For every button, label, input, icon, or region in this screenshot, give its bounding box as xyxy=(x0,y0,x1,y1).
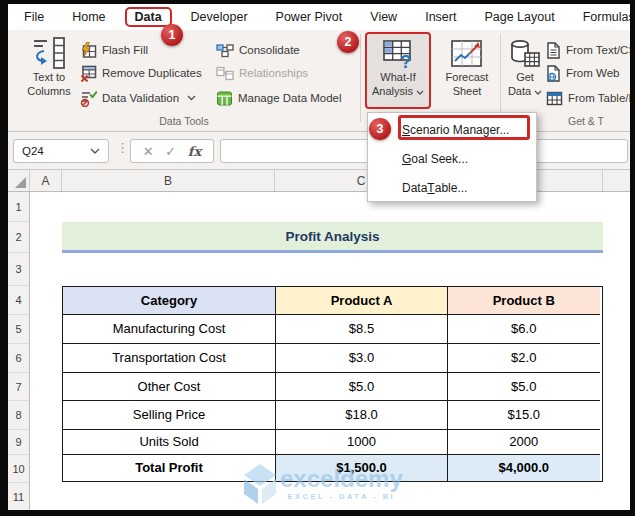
menu-item-data-table[interactable]: Data Table... xyxy=(368,175,536,201)
cell-value-a[interactable]: $3.0 xyxy=(276,344,448,373)
tab-formulas[interactable]: Formulas xyxy=(569,8,630,26)
column-header-a[interactable]: A xyxy=(30,170,62,191)
flash-fill-icon xyxy=(80,42,97,59)
row-header-6[interactable]: 6 xyxy=(8,344,29,373)
watermark-tagline: EXCEL - DATA - BI xyxy=(288,492,396,501)
ribbon-separator xyxy=(360,34,361,122)
chevron-down-icon xyxy=(416,90,424,95)
from-text-csv-icon xyxy=(546,42,561,59)
profit-table: Category Product A Product B Manufacturi… xyxy=(62,286,603,482)
table-row: Selling Price $18.0 $15.0 xyxy=(63,401,602,430)
formula-bar-grip-icon: ⋮ xyxy=(116,140,129,155)
consolidate-button[interactable]: Consolidate xyxy=(216,41,300,59)
header-cell-product-a[interactable]: Product A xyxy=(276,287,448,315)
tab-view[interactable]: View xyxy=(356,8,411,26)
get-data-button[interactable]: Get Data xyxy=(504,35,546,98)
cell-total-a[interactable]: $1,500.0 xyxy=(276,455,448,482)
table-total-row: Total Profit $1,500.0 $4,000.0 xyxy=(63,455,602,482)
cell-value-a[interactable]: $5.0 xyxy=(276,373,448,401)
remove-duplicates-button[interactable]: Remove Duplicates xyxy=(80,64,202,82)
flash-fill-button[interactable]: Flash Fill xyxy=(80,41,148,59)
data-validation-button[interactable]: Data Validation xyxy=(80,89,196,107)
tab-developer[interactable]: Developer xyxy=(177,8,262,26)
row-header-3[interactable]: 3 xyxy=(8,253,29,286)
cancel-icon[interactable]: ✕ xyxy=(143,144,154,159)
enter-icon[interactable]: ✓ xyxy=(165,144,176,159)
remove-duplicates-icon xyxy=(80,65,97,82)
sheet-title-cell[interactable]: Profit Analysis xyxy=(62,222,603,253)
get-data-icon xyxy=(509,39,541,70)
screenshot-frame: File Home Data Developer Power Pivot Vie… xyxy=(0,0,635,516)
cell-label[interactable]: Selling Price xyxy=(63,401,276,430)
row-header-4[interactable]: 4 xyxy=(8,286,29,315)
chevron-down-icon xyxy=(534,90,542,95)
from-table-range-icon xyxy=(546,91,563,106)
chevron-down-icon xyxy=(187,95,196,101)
group-label-get-transform: Get & T xyxy=(568,115,630,127)
cell-value-b[interactable]: 2000 xyxy=(448,430,600,455)
relationships-icon xyxy=(216,66,234,81)
tab-home[interactable]: Home xyxy=(58,8,119,26)
data-validation-icon xyxy=(80,90,97,107)
column-header-e[interactable] xyxy=(603,170,630,191)
table-header-row: Category Product A Product B xyxy=(63,287,602,315)
what-if-analysis-button[interactable]: ? What-If Analysis xyxy=(365,32,431,109)
row-header-8[interactable]: 8 xyxy=(8,401,29,430)
annotation-step-badge-3: 3 xyxy=(369,118,391,140)
name-box-chevron-icon[interactable] xyxy=(90,148,100,154)
excel-window: File Home Data Developer Power Pivot Vie… xyxy=(8,4,630,510)
cell-value-b[interactable]: $15.0 xyxy=(448,401,600,430)
table-row: Transportation Cost $3.0 $2.0 xyxy=(63,344,602,373)
row-header-11[interactable]: 11 xyxy=(8,483,29,510)
svg-text:?: ? xyxy=(400,51,412,70)
cell-label[interactable]: Transportation Cost xyxy=(63,344,276,373)
cell-label[interactable]: Manufacturing Cost xyxy=(63,315,276,344)
cell-value-a[interactable]: $8.5 xyxy=(276,315,448,344)
from-web-button[interactable]: From Web xyxy=(546,64,619,82)
name-box[interactable]: Q24 xyxy=(13,139,109,163)
row-header-10[interactable]: 10 xyxy=(8,455,29,483)
cell-label[interactable]: Other Cost xyxy=(63,373,276,401)
tab-insert[interactable]: Insert xyxy=(411,8,470,26)
cell-total-b[interactable]: $4,000.0 xyxy=(448,455,600,482)
menu-item-goal-seek[interactable]: Goal Seek... xyxy=(368,146,536,172)
cell-value-b[interactable]: $6.0 xyxy=(448,315,600,344)
forecast-sheet-button[interactable]: Forecast Sheet xyxy=(436,35,498,98)
text-to-columns-button[interactable]: Text to Columns xyxy=(20,32,78,98)
row-header-1[interactable]: 1 xyxy=(8,192,29,222)
forecast-sheet-icon xyxy=(450,39,484,70)
annotation-step-badge-1: 1 xyxy=(161,24,183,46)
row-header-9[interactable]: 9 xyxy=(8,430,29,455)
select-all-corner[interactable] xyxy=(8,170,30,191)
header-cell-category[interactable]: Category xyxy=(63,287,276,315)
column-header-b[interactable]: B xyxy=(62,170,275,191)
from-text-csv-button[interactable]: From Text/CS xyxy=(546,41,630,59)
group-label-data-tools: Data Tools xyxy=(8,115,360,127)
consolidate-icon xyxy=(216,43,234,58)
cell-value-b[interactable]: $2.0 xyxy=(448,344,600,373)
header-cell-product-b[interactable]: Product B xyxy=(448,287,600,315)
tab-power-pivot[interactable]: Power Pivot xyxy=(262,8,357,26)
cell-value-a[interactable]: 1000 xyxy=(276,430,448,455)
cell-label[interactable]: Units Sold xyxy=(63,430,276,455)
insert-function-icon[interactable]: fx xyxy=(188,144,201,159)
what-if-analysis-icon: ? xyxy=(381,38,415,70)
cell-value-b[interactable]: $5.0 xyxy=(448,373,600,401)
cell-value-a[interactable]: $18.0 xyxy=(276,401,448,430)
text-to-columns-icon xyxy=(31,36,67,70)
cell-total-label[interactable]: Total Profit xyxy=(63,455,276,482)
manage-data-model-button[interactable]: Manage Data Model xyxy=(216,89,342,107)
annotation-step-badge-2: 2 xyxy=(337,31,359,53)
row-header-7[interactable]: 7 xyxy=(8,373,29,401)
table-row: Manufacturing Cost $8.5 $6.0 xyxy=(63,315,602,344)
relationships-button: Relationships xyxy=(216,64,308,82)
row-header-5[interactable]: 5 xyxy=(8,315,29,344)
tab-page-layout[interactable]: Page Layout xyxy=(470,8,568,26)
row-header-2[interactable]: 2 xyxy=(8,222,29,253)
tab-file[interactable]: File xyxy=(10,8,58,26)
select-all-triangle-icon xyxy=(15,177,26,188)
from-table-range-button[interactable]: From Table/R xyxy=(546,89,630,107)
annotation-box-scenario-manager xyxy=(398,115,530,140)
tab-data-selected[interactable]: Data xyxy=(125,7,172,27)
ribbon-separator xyxy=(500,34,501,122)
